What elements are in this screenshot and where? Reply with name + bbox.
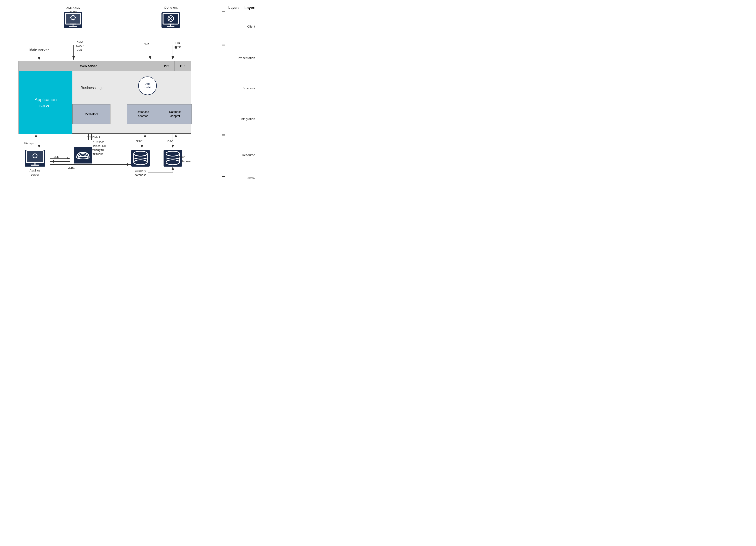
layer-presentation: Presentation: [238, 56, 255, 60]
svg-rect-56: [26, 151, 43, 163]
layer-heading: Layer:: [244, 6, 255, 10]
main-database-label: Maindatabase: [179, 155, 191, 163]
auxiliary-server-label: Auxiliaryserver: [23, 169, 47, 177]
jgroups-label: JGroups: [24, 142, 34, 145]
auxiliary-server-icon: [25, 150, 45, 167]
auxiliary-database-icon: [131, 150, 150, 167]
diagram-container: Layer: Client Presentation Business Inte…: [0, 0, 259, 182]
web-server-label: Web server: [19, 64, 158, 68]
ejb-http-label: EJBHTTP: [174, 41, 181, 49]
layer-title: Layer:: [228, 6, 239, 10]
business-logic-area: Business logic: [72, 71, 192, 104]
jdbc2-label: JDBC: [166, 140, 173, 143]
xml-soap-jms-label: XML/SOAPJMS: [76, 40, 84, 52]
connector-area: [110, 104, 127, 124]
main-server-box: Web server JMS EJB Applicationserver Bus…: [19, 61, 191, 134]
db-adaptor-2: Databaseadaptor: [159, 104, 192, 124]
layer-resource: Resource: [242, 153, 255, 157]
figure-number: 39667: [247, 176, 255, 180]
layer-business: Business: [243, 86, 255, 90]
svg-point-65: [134, 151, 147, 156]
app-server-box: Applicationserver: [19, 71, 72, 134]
snmp-label: SNMP: [53, 155, 61, 158]
xml-oss-label: XML OSSclient: [59, 6, 87, 14]
layer-client: Client: [247, 25, 255, 28]
data-model-circle: Datamodel: [138, 77, 157, 95]
db-adaptor-1: Databaseadaptor: [127, 104, 159, 124]
web-server-bar: Web server JMS EJB: [19, 61, 191, 71]
jdbc1-label: JDBC: [136, 140, 143, 143]
business-logic-label: Business logic: [81, 86, 104, 90]
gui-client-label: GUI client: [156, 6, 185, 9]
mediators-cell: Mediators: [72, 104, 110, 124]
xml-oss-client-icon: [64, 12, 82, 28]
app-server-label: Applicationserver: [35, 97, 57, 109]
integration-row: Mediators Databaseadaptor Databaseadapto…: [72, 104, 192, 124]
layer-integration: Integration: [240, 117, 255, 121]
auxiliary-database-label: Auxiliarydatabase: [127, 169, 154, 177]
svg-point-69: [166, 151, 180, 156]
jms-cell: JMS: [158, 61, 174, 71]
jdbc-aux-label: JDBC: [68, 166, 75, 169]
svg-point-72: [166, 160, 180, 165]
svg-point-68: [134, 160, 147, 165]
gui-client-icon: [161, 12, 180, 28]
main-server-label: Main server: [23, 48, 56, 52]
ejb-cell: EJB: [174, 61, 191, 71]
managed-network-label: Managednetwork: [86, 148, 109, 156]
gui-jms-label: JMS: [144, 43, 149, 46]
